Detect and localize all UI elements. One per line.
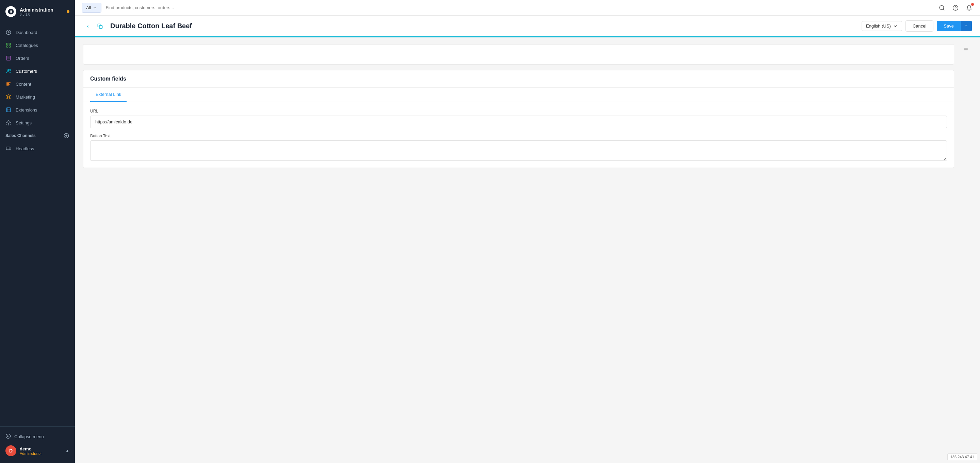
- search-filter-button[interactable]: All: [82, 3, 102, 13]
- filter-label: All: [86, 5, 91, 10]
- search-icon[interactable]: [938, 4, 946, 12]
- url-label: URL: [90, 109, 947, 114]
- content-icon: [5, 81, 11, 87]
- notification-dot: [67, 10, 69, 13]
- add-sales-channel-icon[interactable]: [63, 133, 69, 139]
- sidebar-item-label: Extensions: [16, 108, 37, 113]
- sidebar-footer: Collapse menu D demo Administrator ▲: [0, 426, 75, 463]
- logo-area: Administration 6.5.1.0: [0, 0, 75, 23]
- sidebar-item-catalogues[interactable]: Catalogues: [0, 39, 75, 52]
- svg-rect-1: [6, 43, 8, 45]
- custom-fields-card: Custom fields External Link URL Button T…: [83, 70, 954, 168]
- svg-rect-3: [6, 46, 8, 47]
- sidebar-item-label: Headless: [16, 146, 34, 151]
- sidebar-item-label: Customers: [16, 69, 37, 74]
- sidebar-item-headless[interactable]: Headless: [0, 142, 75, 155]
- user-item[interactable]: D demo Administrator ▲: [5, 442, 69, 459]
- marketing-icon: [5, 94, 11, 100]
- tab-external-link[interactable]: External Link: [90, 88, 127, 102]
- page-title: Durable Cotton Leaf Beef: [110, 22, 856, 30]
- catalogues-icon: [5, 42, 11, 48]
- main-content: Custom fields External Link URL Button T…: [83, 44, 954, 456]
- dashboard-icon: [5, 29, 11, 35]
- custom-fields-title: Custom fields: [83, 70, 954, 88]
- right-sidebar: [959, 44, 972, 456]
- app-name: Administration: [20, 7, 53, 13]
- topbar-right: [938, 4, 973, 12]
- topbar: All: [75, 0, 980, 16]
- save-button-group: Save: [937, 21, 972, 31]
- sidebar-item-label: Dashboard: [16, 30, 37, 35]
- chevron-down-icon: [964, 24, 969, 27]
- sidebar-item-label: Marketing: [16, 95, 35, 100]
- search-input-wrap: [105, 5, 934, 10]
- page-header-actions: English (US) Cancel Save: [862, 21, 972, 32]
- custom-fields-tabs: External Link: [83, 88, 954, 102]
- page-header-nav: ‹: [83, 21, 105, 31]
- svg-point-7: [10, 69, 11, 71]
- sidebar-item-extensions[interactable]: Extensions: [0, 103, 75, 116]
- user-name: demo: [20, 446, 62, 452]
- top-card: [83, 44, 954, 65]
- sidebar-item-settings[interactable]: Settings: [0, 116, 75, 129]
- svg-point-14: [955, 9, 956, 10]
- page-header: ‹ Durable Cotton Leaf Beef English (US) …: [75, 16, 980, 37]
- sidebar-item-label: Settings: [16, 121, 32, 125]
- url-field-group: URL: [90, 109, 947, 128]
- sidebar-item-marketing[interactable]: Marketing: [0, 90, 75, 103]
- svg-point-6: [7, 69, 8, 71]
- sales-channels-label: Sales Channels: [5, 133, 36, 138]
- sales-channels-header: Sales Channels: [0, 129, 75, 142]
- user-info: demo Administrator: [20, 446, 62, 455]
- logo-text: Administration 6.5.1.0: [20, 7, 53, 16]
- app-version: 6.5.1.0: [20, 13, 53, 16]
- sidebar-nav: Dashboard Catalogues Orders Customers Co…: [0, 23, 75, 426]
- svg-point-8: [8, 122, 9, 124]
- extensions-icon: [5, 107, 11, 113]
- sidebar-item-customers[interactable]: Customers: [0, 65, 75, 78]
- language-selector[interactable]: English (US): [862, 21, 902, 31]
- customers-icon: [5, 68, 11, 74]
- copy-button[interactable]: [95, 21, 105, 31]
- help-icon[interactable]: [951, 4, 959, 12]
- custom-fields-body: URL Button Text: [83, 102, 954, 168]
- ip-badge: 136.243.47.41: [947, 453, 977, 460]
- url-input[interactable]: [90, 116, 947, 128]
- sidebar-item-label: Orders: [16, 56, 29, 61]
- sidebar-item-label: Content: [16, 82, 31, 87]
- sidebar-item-content[interactable]: Content: [0, 78, 75, 90]
- cancel-button[interactable]: Cancel: [905, 21, 933, 32]
- headless-icon: [5, 146, 11, 152]
- avatar: D: [5, 445, 16, 456]
- search-input[interactable]: [105, 5, 934, 10]
- button-text-input[interactable]: [90, 140, 947, 161]
- orders-icon: [5, 55, 11, 61]
- content-area: Custom fields External Link URL Button T…: [75, 37, 980, 463]
- sidebar-item-label: Catalogues: [16, 43, 38, 48]
- collapse-label: Collapse menu: [14, 434, 44, 439]
- button-text-field-group: Button Text: [90, 133, 947, 161]
- collapse-icon: [5, 433, 11, 440]
- save-button[interactable]: Save: [937, 21, 961, 31]
- svg-rect-10: [6, 147, 10, 149]
- sidebar-item-dashboard[interactable]: Dashboard: [0, 26, 75, 39]
- notification-badge: [971, 3, 974, 6]
- collapse-menu-item[interactable]: Collapse menu: [5, 431, 69, 442]
- sidebar-item-orders[interactable]: Orders: [0, 52, 75, 65]
- settings-icon: [5, 120, 11, 126]
- logo-icon: [5, 6, 16, 17]
- main-content-area: All ‹ Durable Cotton Leaf Beef: [75, 0, 980, 463]
- menu-icon[interactable]: [963, 47, 969, 54]
- svg-rect-2: [9, 43, 11, 45]
- save-dropdown-button[interactable]: [961, 21, 972, 31]
- chevron-down-icon: [93, 6, 97, 10]
- button-text-label: Button Text: [90, 133, 947, 138]
- notification-icon[interactable]: [965, 4, 973, 12]
- svg-rect-4: [9, 46, 11, 47]
- sidebar: Administration 6.5.1.0 Dashboard Catalog…: [0, 0, 75, 463]
- user-chevron-icon: ▲: [65, 449, 69, 453]
- svg-rect-15: [99, 25, 102, 29]
- back-button[interactable]: ‹: [83, 21, 92, 31]
- user-role: Administrator: [20, 452, 62, 455]
- chevron-down-icon: [893, 24, 898, 29]
